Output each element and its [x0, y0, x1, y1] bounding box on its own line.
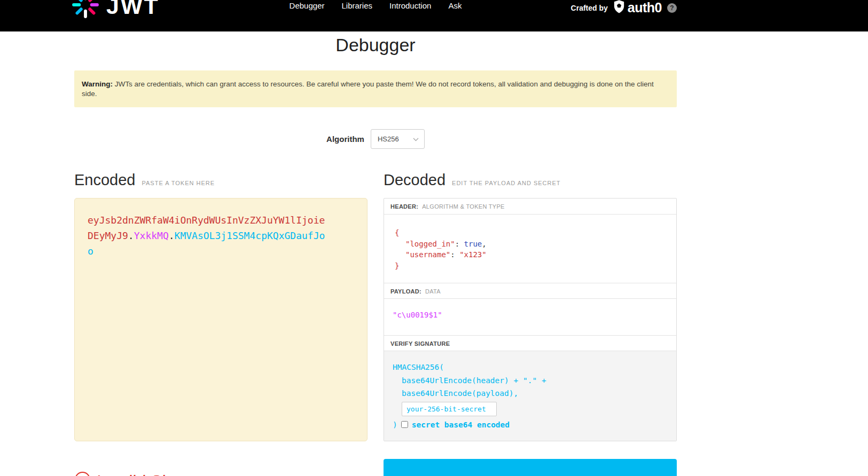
nav-link-libraries[interactable]: Libraries [341, 1, 372, 10]
main-content: Debugger Warning: JWTs are credentials, … [74, 31, 677, 476]
crafted-by-label: Crafted by [571, 4, 608, 12]
payload-editor[interactable]: "c\u0019$1" [384, 299, 676, 335]
jwt-logo-icon [72, 0, 99, 21]
json-key-logged-in: "logged_in" [405, 240, 455, 248]
encoded-token-input[interactable]: eyJsb2dnZWRfaW4iOnRydWUsInVzZXJuYW1lIjoi… [74, 198, 367, 441]
share-jwt-button[interactable] [384, 459, 677, 476]
warning-banner: Warning: JWTs are credentials, which can… [74, 70, 677, 107]
decoded-column: Decoded EDIT THE PAYLOAD AND SECRET HEAD… [384, 171, 677, 441]
auth0-link[interactable]: auth0 [613, 0, 662, 15]
payload-section-label: PAYLOAD: DATA [384, 283, 676, 299]
warning-label: Warning: [82, 80, 113, 88]
verify-signature-label: VERIFY SIGNATURE [390, 340, 450, 347]
nav-link-introduction[interactable]: Introduction [389, 1, 431, 10]
algorithm-selected-value: HS256 [378, 135, 399, 143]
crafted-by: Crafted by auth0 ? [571, 0, 677, 15]
token-dot-1: . [128, 230, 134, 241]
signature-line-2: base64UrlEncode(header) + "." + [393, 374, 668, 387]
page-title: Debugger [74, 31, 677, 55]
signature-line-1: HMACSHA256( [393, 361, 668, 374]
json-value-x123: "x123" [459, 250, 487, 259]
nav-link-ask[interactable]: Ask [448, 1, 462, 10]
encoded-title: Encoded [74, 171, 136, 189]
secret-base64-label[interactable]: secret base64 encoded [412, 418, 510, 432]
algorithm-label: Algorithm [326, 134, 364, 144]
json-value-true: true [464, 240, 482, 248]
warning-text: JWTs are credentials, which can grant ac… [82, 80, 654, 98]
secret-input[interactable] [402, 402, 497, 416]
nav-link-debugger[interactable]: Debugger [290, 1, 325, 10]
decoded-title: Decoded [384, 171, 445, 189]
signature-status-text: Invalid Signature [97, 472, 224, 476]
header-section-label: HEADER: ALGORITHM & TOKEN TYPE [384, 199, 676, 215]
nav-links: Debugger Libraries Introduction Ask [290, 1, 462, 10]
signature-area: HMACSHA256( base64UrlEncode(header) + ".… [384, 351, 676, 441]
signature-close-paren: ) [393, 418, 397, 432]
invalid-signature-icon [74, 471, 91, 476]
payload-sublabel: DATA [425, 288, 441, 295]
json-separator: : [450, 250, 459, 259]
header-json-editor[interactable]: { "logged_in": true, "username": "x123" … [384, 215, 676, 283]
header-sublabel: ALGORITHM & TOKEN TYPE [422, 203, 505, 210]
json-key-username: "username" [405, 250, 450, 259]
json-separator: : [455, 240, 464, 248]
json-comma: , [482, 240, 486, 248]
encoded-subtitle: PASTE A TOKEN HERE [142, 180, 215, 186]
payload-content: "c\u0019$1" [393, 311, 442, 319]
help-icon[interactable]: ? [667, 3, 677, 13]
payload-label: PAYLOAD: [390, 288, 421, 295]
json-open-brace: { [395, 228, 399, 237]
signature-status: Invalid Signature [74, 466, 367, 476]
jwt-logo-text: JWT [106, 0, 160, 19]
decoded-subtitle: EDIT THE PAYLOAD AND SECRET [452, 180, 560, 186]
token-dot-2: . [169, 230, 175, 241]
header-label: HEADER: [390, 203, 418, 210]
verify-signature-section-label: VERIFY SIGNATURE [384, 335, 676, 351]
jwt-logo[interactable]: JWT [72, 0, 160, 21]
navbar: JWT Debugger Libraries Introduction Ask … [0, 0, 868, 31]
secret-base64-checkbox[interactable] [401, 421, 408, 428]
algorithm-row: Algorithm HS256 [74, 129, 677, 149]
auth0-logo-icon [613, 0, 625, 15]
decoded-box: HEADER: ALGORITHM & TOKEN TYPE { "logged… [384, 198, 677, 441]
signature-line-3: base64UrlEncode(payload), [393, 387, 668, 400]
encoded-column: Encoded PASTE A TOKEN HERE eyJsb2dnZWRfa… [74, 171, 367, 441]
json-close-brace: } [395, 261, 399, 270]
algorithm-select[interactable]: HS256 [371, 129, 425, 149]
auth0-logo-text: auth0 [628, 0, 662, 15]
token-payload-segment: YxkkMQ [134, 230, 169, 241]
chevron-down-icon [413, 135, 419, 143]
